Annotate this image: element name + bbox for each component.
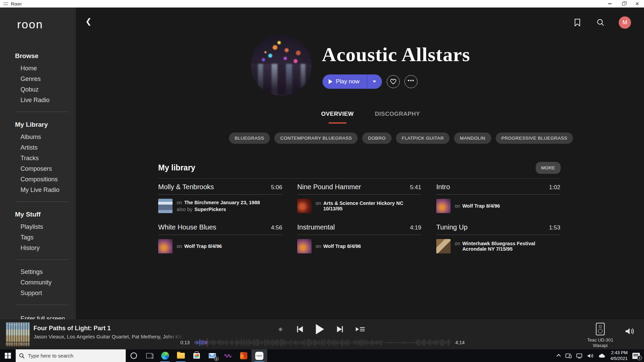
- elapsed-time: 0:13: [180, 340, 190, 345]
- track-cell: Intro 1:02 onWolf Trap 8/4/96: [436, 183, 560, 213]
- track-title[interactable]: Instrumental: [297, 223, 335, 231]
- album-thumbnail[interactable]: [436, 199, 451, 213]
- play-options-dropdown[interactable]: [367, 74, 382, 89]
- back-button[interactable]: ❮: [83, 16, 94, 27]
- more-options-button[interactable]: •••: [405, 75, 417, 88]
- playhead[interactable]: [207, 338, 208, 347]
- queue-button[interactable]: [356, 327, 365, 331]
- sidebar-item-composers[interactable]: Composers: [0, 164, 76, 174]
- track-title[interactable]: Nine Pound Hammer: [297, 183, 361, 191]
- album-link[interactable]: Wolf Trap 8/4/96: [462, 203, 500, 209]
- taskbar-app-mail[interactable]: 6: [204, 349, 220, 362]
- album-link[interactable]: Wolf Trap 8/4/96: [184, 243, 222, 249]
- search-icon: [19, 353, 25, 359]
- album-link[interactable]: Arts & Science Center Hickory NC 10/13/9…: [323, 200, 421, 211]
- track-title[interactable]: Intro: [436, 183, 450, 191]
- sidebar-item-home[interactable]: Home: [0, 63, 76, 74]
- more-button[interactable]: MORE: [536, 162, 561, 174]
- sidebar: roon Browse Home Genres Qobuz Live Radio…: [0, 8, 76, 319]
- artist-image[interactable]: [251, 35, 312, 96]
- heart-icon: [390, 79, 396, 84]
- sidebar-item-genres[interactable]: Genres: [0, 74, 76, 84]
- roon-radio-indicator[interactable]: [279, 328, 282, 331]
- task-view-button[interactable]: [141, 349, 157, 362]
- track-cell: Instrumental 4:19 onWolf Trap 8/4/96: [297, 223, 421, 253]
- album-thumbnail[interactable]: [297, 239, 312, 253]
- file-explorer-icon: [177, 353, 185, 359]
- cortana-button[interactable]: [126, 349, 141, 362]
- taskbar-app-roon-active[interactable]: roon: [251, 349, 267, 362]
- also-by-link[interactable]: SuperPickers: [194, 207, 226, 212]
- genre-tag-dobro[interactable]: DOBRO: [362, 133, 392, 144]
- tab-discography[interactable]: DISCOGRAPHY: [375, 111, 420, 122]
- search-icon[interactable]: [595, 17, 606, 28]
- album-link[interactable]: Wolf Trap 8/4/96: [323, 243, 361, 249]
- sidebar-item-tags[interactable]: Tags: [0, 232, 76, 243]
- taskbar-clock[interactable]: 2:43 PM 4/5/2021: [610, 350, 628, 362]
- sidebar-item-compositions[interactable]: Compositions: [0, 174, 76, 185]
- tray-network-icon[interactable]: [576, 353, 583, 359]
- now-playing-album-art[interactable]: PAT METHENY ROAD TO THE SUN: [6, 322, 30, 346]
- now-playing-artists[interactable]: Jason Vieaux, Los Angeles Guitar Quartet…: [33, 334, 184, 339]
- sidebar-item-community[interactable]: Community: [0, 277, 76, 288]
- audio-zone-selector[interactable]: Teac UD-301 Wasapi: [587, 323, 613, 349]
- sidebar-item-history[interactable]: History: [0, 243, 76, 253]
- play-pause-button[interactable]: [316, 324, 324, 334]
- sidebar-item-my-live-radio[interactable]: My Live Radio: [0, 185, 76, 195]
- start-button[interactable]: [0, 349, 16, 362]
- sidebar-item-artists[interactable]: Artists: [0, 142, 76, 153]
- taskbar-app-office[interactable]: [236, 349, 251, 362]
- track-title[interactable]: White House Blues: [158, 223, 216, 231]
- album-thumbnail[interactable]: [158, 239, 173, 253]
- play-icon: [329, 79, 332, 84]
- enter-fullscreen-link[interactable]: Enter full screen: [0, 306, 76, 319]
- restore-button[interactable]: [617, 0, 630, 8]
- tray-tablet-icon[interactable]: [565, 353, 572, 359]
- taskbar-search-input[interactable]: [28, 353, 113, 359]
- sidebar-item-playlists[interactable]: Playlists: [0, 222, 76, 232]
- album-link[interactable]: Winterhawk Bluegrass Festival Acrondale …: [462, 241, 560, 252]
- sidebar-item-settings[interactable]: Settings: [0, 267, 76, 277]
- bookmark-icon[interactable]: [572, 17, 583, 28]
- genre-tag-contemporary-bluegrass[interactable]: CONTEMPORARY BLUEGRASS: [274, 133, 358, 144]
- favorite-button[interactable]: [387, 75, 400, 88]
- close-button[interactable]: ✕: [630, 0, 644, 8]
- previous-track-button[interactable]: [297, 326, 303, 332]
- play-now-button[interactable]: Play now: [323, 74, 367, 89]
- next-track-button[interactable]: [337, 326, 343, 332]
- action-center-button[interactable]: 2: [632, 353, 640, 359]
- album-thumbnail[interactable]: [158, 199, 173, 213]
- transport-controls: [279, 324, 365, 334]
- taskbar-search[interactable]: [16, 349, 126, 362]
- genre-tag-flatpick-guitar[interactable]: FLATPICK GUITAR: [396, 133, 450, 144]
- waveform[interactable]: [194, 338, 451, 347]
- window-menu-icon[interactable]: [3, 2, 8, 5]
- sidebar-header-my-stuff: My Stuff: [15, 211, 76, 218]
- volume-button[interactable]: [625, 327, 635, 337]
- track-title[interactable]: Tuning Up: [436, 223, 468, 231]
- sidebar-item-albums[interactable]: Albums: [0, 132, 76, 142]
- sidebar-item-tracks[interactable]: Tracks: [0, 153, 76, 164]
- user-avatar[interactable]: M: [619, 16, 631, 29]
- genre-tag-bluegrass[interactable]: BLUEGRASS: [229, 133, 270, 144]
- taskbar-app-audio[interactable]: [220, 349, 236, 362]
- album-thumbnail[interactable]: [436, 239, 451, 253]
- sidebar-item-live-radio[interactable]: Live Radio: [0, 95, 76, 106]
- tray-onedrive-icon[interactable]: [599, 353, 605, 358]
- album-link[interactable]: The Birchmere January 23, 1988: [184, 200, 260, 205]
- genre-tag-mandolin[interactable]: MANDOLIN: [454, 133, 491, 144]
- genre-tag-progressive-bluegrass[interactable]: PROGRESSIVE BLUEGRASS: [496, 133, 573, 144]
- sidebar-item-qobuz[interactable]: Qobuz: [0, 84, 76, 95]
- minimize-button[interactable]: [603, 0, 617, 8]
- album-thumbnail[interactable]: [297, 199, 312, 213]
- track-title[interactable]: Molly & Tenbrooks: [158, 183, 214, 191]
- tray-volume-icon[interactable]: [587, 353, 594, 359]
- taskbar-app-file-explorer[interactable]: [173, 349, 189, 362]
- taskbar-app-edge[interactable]: [157, 349, 173, 362]
- tray-chevron-up-icon[interactable]: [558, 354, 561, 357]
- taskbar-app-store[interactable]: [189, 349, 204, 362]
- now-playing-title[interactable]: Four Paths of Light: Part 1: [33, 325, 111, 332]
- sidebar-item-support[interactable]: Support: [0, 288, 76, 298]
- album-art-title-text: ROAD TO THE SUN: [6, 342, 30, 346]
- tab-overview[interactable]: OVERVIEW: [321, 111, 354, 122]
